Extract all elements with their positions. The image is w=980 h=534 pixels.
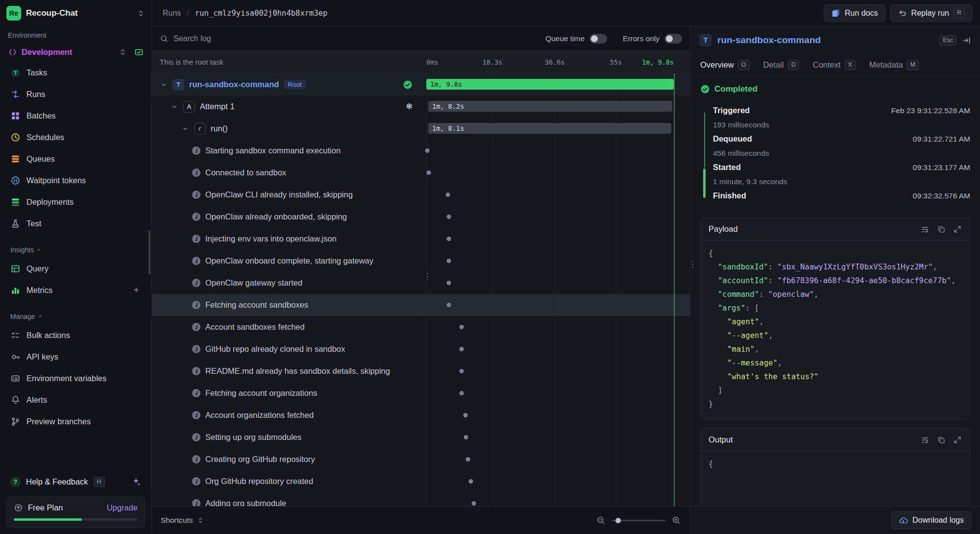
- event-dot[interactable]: [463, 413, 467, 417]
- log-row-openclaw-already-onboarded-skipping[interactable]: i OpenClaw already onboarded, skipping: [152, 206, 690, 228]
- sidebar-item-schedules[interactable]: Schedules: [6, 126, 145, 148]
- sidebar-item-alerts[interactable]: Alerts: [6, 389, 145, 411]
- log-row-creating-org-github-repository[interactable]: i Creating org GitHub repository: [152, 448, 690, 470]
- zoom-in-icon[interactable]: [671, 515, 681, 525]
- manage-section-label[interactable]: Manage: [10, 313, 141, 320]
- event-dot[interactable]: [427, 170, 431, 175]
- errors-only-toggle[interactable]: [664, 34, 682, 44]
- payload-json[interactable]: {"sandboxId": "sbx_Naawy1XzLgYfT0bxVS3os…: [701, 241, 970, 419]
- log-row-connected-to-sandbox[interactable]: i Connected to sandbox: [152, 162, 690, 184]
- log-row-readme-md-already-has-sandbox-details-skipping[interactable]: i README.md already has sandbox details,…: [152, 360, 690, 382]
- sidebar-item-preview-branches[interactable]: Preview branches: [6, 411, 145, 432]
- duration-bar[interactable]: 1m, 8.1s: [428, 123, 671, 134]
- sidebar-item-tasks[interactable]: T Tasks: [6, 62, 145, 83]
- sidebar-item-batches[interactable]: Batches: [6, 105, 145, 126]
- search-input[interactable]: [173, 34, 530, 43]
- copy-icon[interactable]: [937, 225, 946, 234]
- zoom-slider-knob[interactable]: [615, 518, 621, 523]
- log-row-attempt-1[interactable]: A Attempt 1 ❄ 1m, 8.2s: [152, 96, 690, 118]
- log-row-setting-up-org-submodules[interactable]: i Setting up org submodules: [152, 426, 690, 448]
- row-label: run-sandbox-command: [189, 80, 279, 89]
- event-dot[interactable]: [460, 369, 464, 373]
- queue-time-toggle[interactable]: [589, 34, 607, 44]
- log-row-github-repo-already-cloned-in-sandbox[interactable]: i GitHub repo already cloned in sandbox: [152, 338, 690, 360]
- expand-icon[interactable]: [953, 436, 962, 444]
- log-row-openclaw-cli-already-installed-skipping[interactable]: i OpenClaw CLI already installed, skippi…: [152, 184, 690, 206]
- event-dot[interactable]: [446, 237, 451, 241]
- wrap-icon[interactable]: [921, 225, 930, 234]
- sidebar-item-query[interactable]: Query: [6, 258, 145, 279]
- insights-section-label[interactable]: Insights: [10, 246, 141, 254]
- sidebar-item-runs[interactable]: Runs: [6, 83, 145, 105]
- wrap-icon[interactable]: [921, 436, 930, 444]
- zoom-out-icon[interactable]: [596, 515, 606, 525]
- org-selector-icon[interactable]: [137, 9, 145, 18]
- sidebar-item-queues[interactable]: Queues: [6, 148, 145, 170]
- tab-overview[interactable]: Overview O: [700, 54, 750, 76]
- sidebar-item-bulk-actions[interactable]: Bulk actions: [6, 324, 145, 346]
- log-row-fetching-account-organizations[interactable]: i Fetching account organizations: [152, 382, 690, 404]
- duration-bar[interactable]: 1m, 8.2s: [428, 101, 672, 112]
- shortcuts-icon[interactable]: [196, 516, 204, 524]
- event-dot[interactable]: [446, 303, 451, 307]
- sidebar-scrollbar-thumb[interactable]: [148, 230, 150, 274]
- chevron-down-icon[interactable]: [160, 81, 168, 89]
- org-switcher[interactable]: Re Recoup-Chat: [6, 0, 145, 26]
- chevron-down-icon[interactable]: [181, 125, 189, 133]
- log-row-openclaw-gateway-started[interactable]: i OpenClaw gateway started: [152, 272, 690, 294]
- log-row-injecting-env-vars-into-openclaw-json[interactable]: i Injecting env vars into openclaw.json: [152, 228, 690, 250]
- event-dot[interactable]: [460, 347, 464, 351]
- copy-icon[interactable]: [937, 436, 946, 444]
- add-metrics-button[interactable]: +: [131, 285, 141, 296]
- zoom-slider[interactable]: [612, 520, 665, 521]
- log-row-adding-org-submodule[interactable]: i Adding org submodule: [152, 492, 690, 506]
- environment-selector-icon[interactable]: [119, 48, 127, 56]
- tab-context[interactable]: Context X: [813, 54, 856, 76]
- event-dot[interactable]: [466, 457, 470, 461]
- expand-icon[interactable]: [953, 225, 962, 234]
- run-log-pane: Queue time Errors only This is the root …: [152, 26, 690, 534]
- log-row-run[interactable]: r run() 1m, 8.1s: [152, 118, 690, 140]
- event-dot[interactable]: [446, 259, 451, 263]
- sidebar-item-test[interactable]: Test: [6, 213, 145, 234]
- sidebar-item-waitpoint-tokens[interactable]: Waitpoint tokens: [6, 170, 145, 191]
- timeline-entry-duration: 193 milliseconds: [713, 121, 970, 129]
- log-row-openclaw-onboard-complete-starting-gateway[interactable]: i OpenClaw onboard complete, starting ga…: [152, 250, 690, 272]
- close-panel-icon[interactable]: [962, 36, 971, 45]
- log-row-fetching-account-sandboxes[interactable]: i Fetching account sandboxes: [152, 294, 690, 316]
- panel-resize-handle[interactable]: ⋮: [688, 260, 697, 268]
- sidebar-item-deployments[interactable]: Deployments: [6, 191, 145, 213]
- help-feedback-button[interactable]: ? Help & Feedback H: [6, 471, 145, 492]
- event-dot[interactable]: [471, 501, 476, 506]
- replay-run-button[interactable]: Replay run R: [890, 4, 972, 22]
- tab-detail[interactable]: Detail D: [763, 54, 799, 76]
- event-dot[interactable]: [464, 435, 468, 439]
- query-icon: [10, 264, 21, 274]
- environment-switcher[interactable]: Development: [6, 42, 145, 62]
- event-dot[interactable]: [425, 148, 430, 153]
- upgrade-link[interactable]: Upgrade: [107, 503, 138, 512]
- shortcuts-label[interactable]: Shortcuts: [161, 516, 193, 525]
- run-docs-button[interactable]: Run docs: [824, 4, 885, 22]
- sidebar-item-api-keys[interactable]: API keys: [6, 346, 145, 367]
- log-row-account-sandboxes-fetched[interactable]: i Account sandboxes fetched: [152, 316, 690, 338]
- event-dot[interactable]: [446, 215, 451, 219]
- sidebar-item-metrics[interactable]: Metrics +: [6, 279, 145, 301]
- log-row-run-sandbox-command[interactable]: T run-sandbox-command Root 1m, 9.8s: [152, 73, 690, 96]
- output-json[interactable]: {: [701, 451, 970, 506]
- sidebar-item-environment-variables[interactable]: Environment variables: [6, 367, 145, 389]
- download-logs-button[interactable]: Download logs: [891, 511, 971, 529]
- event-dot[interactable]: [446, 281, 451, 285]
- log-row-starting-sandbox-command-execution[interactable]: i Starting sandbox command execution: [152, 140, 690, 162]
- breadcrumb-runs[interactable]: Runs: [163, 9, 181, 18]
- log-row-account-organizations-fetched[interactable]: i Account organizations fetched: [152, 404, 690, 426]
- event-dot[interactable]: [460, 325, 464, 329]
- event-dot[interactable]: [445, 193, 450, 197]
- event-dot[interactable]: [460, 391, 464, 395]
- log-row-org-github-repository-created[interactable]: i Org GitHub repository created: [152, 470, 690, 492]
- duration-bar[interactable]: 1m, 9.8s: [426, 79, 674, 90]
- chevron-down-icon[interactable]: [171, 103, 178, 111]
- tab-metadata[interactable]: Metadata M: [869, 54, 919, 76]
- event-dot[interactable]: [468, 479, 473, 484]
- sparkle-icon[interactable]: [132, 477, 141, 486]
